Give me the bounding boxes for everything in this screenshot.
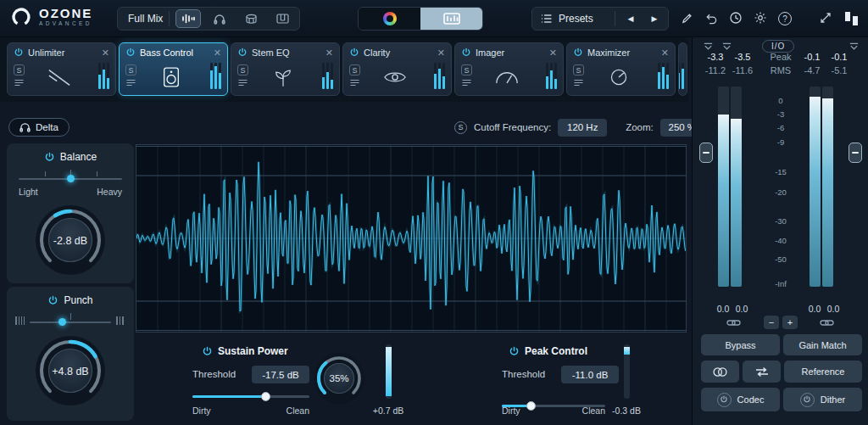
- module-card-stem-eq[interactable]: Stem EQ ✕ S: [231, 42, 340, 96]
- preset-prev-button[interactable]: ◀: [622, 10, 639, 27]
- close-icon[interactable]: ✕: [102, 48, 109, 58]
- solo-button[interactable]: S: [14, 64, 25, 75]
- balance-knob[interactable]: -2.8 dB: [33, 203, 108, 277]
- power-icon[interactable]: [237, 48, 248, 58]
- collapse-chevron-icon[interactable]: [849, 42, 860, 51]
- punch-slider[interactable]: [30, 314, 111, 327]
- power-icon[interactable]: [44, 152, 55, 163]
- module-presets-icon[interactable]: [238, 79, 248, 87]
- channel-swap-button[interactable]: [743, 361, 781, 383]
- vocals-target-button[interactable]: [207, 9, 232, 28]
- pencil-icon: [681, 12, 693, 25]
- solo-button[interactable]: S: [349, 64, 360, 75]
- solo-button[interactable]: S: [573, 64, 584, 75]
- punch-slider-handle[interactable]: [58, 318, 66, 326]
- dither-button[interactable]: Dither: [783, 388, 862, 411]
- tonal-balance-view-button[interactable]: [359, 8, 420, 30]
- soft-transients-icon: [15, 316, 25, 325]
- power-icon[interactable]: [47, 295, 58, 306]
- mix-target-label[interactable]: Full Mix: [128, 13, 163, 25]
- dither-power-icon[interactable]: [800, 393, 815, 407]
- module-presets-icon[interactable]: [14, 79, 24, 87]
- peak-gain-value: -0.3 dB: [604, 405, 648, 416]
- module-mini-meters: [434, 63, 445, 89]
- waveform-display[interactable]: [136, 144, 687, 333]
- undo-button[interactable]: [704, 12, 718, 26]
- settings-button[interactable]: [754, 11, 767, 26]
- cutoff-frequency-field[interactable]: 120 Hz: [558, 119, 607, 137]
- codec-button[interactable]: Codec: [701, 388, 780, 411]
- keys-target-button[interactable]: [270, 9, 295, 28]
- sustain-threshold-field[interactable]: -17.5 dB: [252, 366, 309, 383]
- presets-control: Presets ◀ ▶: [531, 7, 669, 31]
- sustain-mix-slider[interactable]: [192, 392, 309, 401]
- gain-match-button[interactable]: Gain Match: [783, 334, 862, 355]
- meter-bridge-view-button[interactable]: [420, 8, 482, 30]
- punch-knob[interactable]: +4.8 dB: [33, 333, 108, 408]
- bypass-button[interactable]: Bypass: [701, 334, 780, 355]
- solo-button[interactable]: S: [125, 64, 136, 75]
- decrement-gain-button[interactable]: −: [764, 316, 779, 329]
- collapse-chevron-icon[interactable]: [703, 42, 714, 51]
- power-icon[interactable]: [125, 48, 136, 58]
- balance-title: Balance: [60, 151, 97, 163]
- stereo-mode-button[interactable]: [701, 361, 739, 383]
- scale-label: -Inf: [764, 279, 798, 288]
- cutoff-solo-button[interactable]: S: [454, 121, 467, 134]
- presets-label[interactable]: Presets: [559, 13, 593, 25]
- preset-next-button[interactable]: ▶: [646, 10, 663, 27]
- input-link-icon[interactable]: [725, 318, 742, 327]
- sustain-max-label: Clean: [287, 405, 309, 416]
- sustain-power-header: Sustain Power: [202, 345, 288, 357]
- output-gain-left-value: 0.0: [804, 304, 825, 314]
- power-icon[interactable]: [349, 48, 359, 58]
- power-icon[interactable]: [14, 48, 24, 58]
- balance-slider-handle[interactable]: [67, 175, 75, 182]
- close-icon[interactable]: ✕: [214, 48, 221, 58]
- module-card-partial[interactable]: [678, 42, 687, 96]
- output-gain-fader[interactable]: [849, 143, 862, 163]
- power-icon[interactable]: [202, 346, 213, 357]
- close-icon[interactable]: ✕: [549, 48, 557, 58]
- module-presets-icon[interactable]: [462, 79, 471, 87]
- module-presets-icon[interactable]: [574, 79, 583, 87]
- module-card-unlimiter[interactable]: Unlimiter ✕ S: [7, 42, 116, 96]
- module-card-imager[interactable]: Imager ✕ S: [454, 42, 564, 96]
- history-button[interactable]: [729, 11, 743, 26]
- meter-bridge-icon: [443, 13, 460, 25]
- input-gain-fader[interactable]: [699, 143, 713, 163]
- module-title: Clarity: [364, 48, 433, 58]
- reference-button[interactable]: Reference: [784, 361, 862, 383]
- output-link-icon[interactable]: [818, 318, 835, 327]
- balance-value: -2.8 dB: [53, 235, 87, 247]
- solo-button[interactable]: S: [237, 64, 248, 75]
- edit-button[interactable]: [681, 12, 693, 26]
- peak-threshold-field[interactable]: -11.0 dB: [561, 366, 619, 383]
- io-section-toggle[interactable]: I/O: [762, 40, 794, 53]
- balance-slider[interactable]: [19, 171, 122, 184]
- power-icon[interactable]: [461, 48, 471, 58]
- collapse-chevron-icon[interactable]: [721, 42, 732, 51]
- help-button[interactable]: ?: [778, 12, 792, 25]
- signal-flow-button[interactable]: [819, 12, 832, 26]
- sustain-mix-slider-handle[interactable]: [261, 392, 270, 401]
- piano-keys-icon: [276, 14, 289, 24]
- close-icon[interactable]: ✕: [437, 48, 445, 58]
- increment-gain-button[interactable]: +: [782, 316, 798, 329]
- module-card-maximizer[interactable]: Maximizer ✕ S: [566, 42, 676, 96]
- input-gain-right-value: 0.0: [732, 304, 752, 314]
- power-icon[interactable]: [573, 48, 583, 58]
- module-card-clarity[interactable]: Clarity ✕ S: [342, 42, 452, 96]
- delta-button[interactable]: Delta: [8, 118, 70, 137]
- close-icon[interactable]: ✕: [661, 48, 669, 58]
- power-icon[interactable]: [509, 346, 520, 357]
- sustain-amount-knob[interactable]: 35%: [312, 351, 366, 405]
- solo-button[interactable]: S: [461, 64, 472, 75]
- module-presets-icon[interactable]: [126, 79, 136, 87]
- codec-power-icon[interactable]: [717, 393, 732, 407]
- full-mix-target-button[interactable]: [175, 9, 201, 28]
- drums-target-button[interactable]: [238, 9, 264, 28]
- module-presets-icon[interactable]: [350, 79, 359, 87]
- close-icon[interactable]: ✕: [326, 48, 333, 58]
- module-card-bass-control[interactable]: Bass Control ✕ S: [119, 42, 228, 96]
